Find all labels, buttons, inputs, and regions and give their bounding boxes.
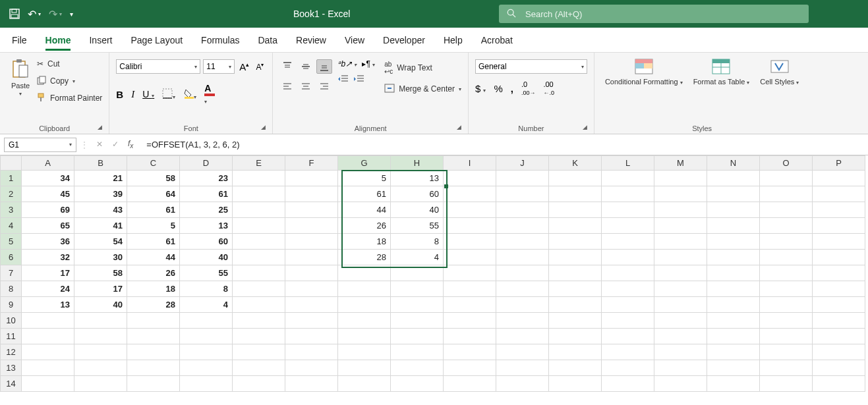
cell-B9[interactable]: 40 (74, 297, 127, 313)
cell-L10[interactable] (602, 313, 654, 329)
format-as-table-button[interactable]: Format as Table ▾ (689, 55, 754, 89)
cell-B3[interactable]: 43 (74, 202, 127, 218)
row-header-14[interactable]: 14 (1, 376, 22, 392)
qat-customize-icon[interactable]: ▾ (70, 11, 73, 18)
cell-G6[interactable]: 28 (338, 250, 391, 265)
dialog-launcher-icon[interactable]: ◢ (457, 124, 461, 130)
cell-O11[interactable] (760, 329, 813, 344)
cell-L12[interactable] (602, 344, 654, 360)
cell-H6[interactable]: 4 (391, 250, 444, 265)
column-header-D[interactable]: D (180, 156, 233, 171)
cell-H9[interactable] (391, 297, 444, 313)
cell-D9[interactable]: 4 (180, 297, 233, 313)
column-header-N[interactable]: N (707, 156, 760, 171)
tab-review[interactable]: Review (296, 30, 326, 51)
dialog-launcher-icon[interactable]: ◢ (98, 124, 102, 130)
cell-A13[interactable] (22, 360, 74, 376)
cell-O8[interactable] (760, 281, 813, 297)
paste-button[interactable]: Paste ▾ (7, 55, 34, 99)
cell-F12[interactable] (285, 344, 338, 360)
cell-E13[interactable] (233, 360, 285, 376)
column-header-O[interactable]: O (760, 156, 813, 171)
cell-L7[interactable] (602, 265, 654, 281)
cell-C3[interactable]: 61 (127, 202, 180, 218)
cell-D14[interactable] (180, 376, 233, 392)
column-header-P[interactable]: P (813, 156, 865, 171)
cell-I10[interactable] (444, 313, 496, 329)
tab-acrobat[interactable]: Acrobat (481, 30, 513, 51)
cell-C14[interactable] (127, 376, 180, 392)
cell-A12[interactable] (22, 344, 74, 360)
cell-L6[interactable] (602, 250, 654, 265)
cell-J13[interactable] (496, 360, 549, 376)
fill-color-button[interactable]: ▾ (183, 88, 196, 101)
cell-K4[interactable] (549, 218, 602, 234)
cell-F14[interactable] (285, 376, 338, 392)
row-header-4[interactable]: 4 (1, 218, 22, 234)
cell-A7[interactable]: 17 (22, 265, 74, 281)
cell-M10[interactable] (654, 313, 707, 329)
number-format-select[interactable]: General▾ (475, 59, 587, 74)
cell-F9[interactable] (285, 297, 338, 313)
decrease-decimal-button[interactable]: .00←.0 (543, 80, 554, 96)
name-box[interactable]: G1▾ (4, 138, 76, 152)
tab-developer[interactable]: Developer (383, 30, 425, 51)
cell-N1[interactable] (707, 171, 760, 186)
cell-H4[interactable]: 55 (391, 218, 444, 234)
column-header-M[interactable]: M (654, 156, 707, 171)
cell-O2[interactable] (760, 186, 813, 202)
cell-G7[interactable] (338, 265, 391, 281)
cell-L2[interactable] (602, 186, 654, 202)
column-header-E[interactable]: E (233, 156, 285, 171)
cell-N4[interactable] (707, 218, 760, 234)
cell-K3[interactable] (549, 202, 602, 218)
cell-N14[interactable] (707, 376, 760, 392)
cell-E11[interactable] (233, 329, 285, 344)
cell-H13[interactable] (391, 360, 444, 376)
cell-I1[interactable] (444, 171, 496, 186)
cell-C1[interactable]: 58 (127, 171, 180, 186)
cell-E3[interactable] (233, 202, 285, 218)
cell-M12[interactable] (654, 344, 707, 360)
cell-J3[interactable] (496, 202, 549, 218)
cell-M1[interactable] (654, 171, 707, 186)
cell-K5[interactable] (549, 234, 602, 250)
tab-data[interactable]: Data (258, 30, 277, 51)
search-input[interactable]: Search (Alt+Q) (499, 5, 809, 23)
cell-A10[interactable] (22, 313, 74, 329)
row-header-2[interactable]: 2 (1, 186, 22, 202)
cell-E8[interactable] (233, 281, 285, 297)
row-header-6[interactable]: 6 (1, 250, 22, 265)
align-middle-button[interactable] (298, 59, 314, 74)
column-header-A[interactable]: A (22, 156, 74, 171)
cell-E1[interactable] (233, 171, 285, 186)
cell-G14[interactable] (338, 376, 391, 392)
cell-F4[interactable] (285, 218, 338, 234)
cell-B6[interactable]: 30 (74, 250, 127, 265)
merge-center-button[interactable]: Merge & Center ▾ (384, 80, 461, 97)
cell-B5[interactable]: 54 (74, 234, 127, 250)
cell-F3[interactable] (285, 202, 338, 218)
cell-P7[interactable] (813, 265, 865, 281)
cell-P9[interactable] (813, 297, 865, 313)
increase-decimal-button[interactable]: .0.00→ (521, 80, 536, 96)
cell-P6[interactable] (813, 250, 865, 265)
cell-E12[interactable] (233, 344, 285, 360)
worksheet-grid[interactable]: ABCDEFGHIJKLMNOP134215823513245396461616… (0, 155, 865, 392)
cell-L8[interactable] (602, 281, 654, 297)
cell-H8[interactable] (391, 281, 444, 297)
cell-I14[interactable] (444, 376, 496, 392)
row-header-10[interactable]: 10 (1, 313, 22, 329)
bold-button[interactable]: B (116, 89, 123, 100)
cell-C12[interactable] (127, 344, 180, 360)
cell-styles-button[interactable]: Cell Styles ▾ (756, 55, 803, 89)
cell-K1[interactable] (549, 171, 602, 186)
cell-P5[interactable] (813, 234, 865, 250)
cell-A4[interactable]: 65 (22, 218, 74, 234)
cell-L11[interactable] (602, 329, 654, 344)
font-size-select[interactable]: 11▾ (203, 59, 235, 74)
cell-A1[interactable]: 34 (22, 171, 74, 186)
row-header-3[interactable]: 3 (1, 202, 22, 218)
cell-L3[interactable] (602, 202, 654, 218)
cell-A9[interactable]: 13 (22, 297, 74, 313)
